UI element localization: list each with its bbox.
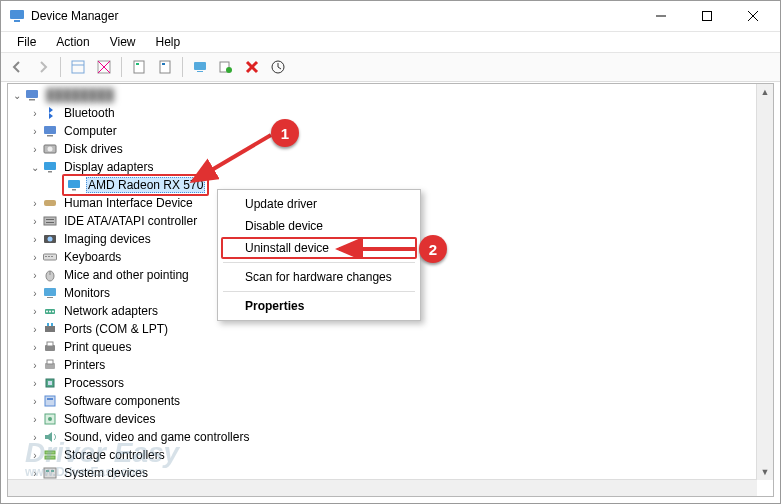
chevron-right-icon[interactable]: ›	[28, 270, 42, 281]
sound-icon	[42, 429, 58, 445]
tree-item-label: Imaging devices	[62, 231, 153, 247]
storage-icon	[42, 447, 58, 463]
scan-hardware-button[interactable]	[214, 55, 238, 79]
chevron-right-icon[interactable]: ›	[28, 144, 42, 155]
maximize-button[interactable]	[684, 1, 730, 31]
chevron-down-icon[interactable]: ⌄	[10, 90, 24, 101]
scroll-up-button[interactable]: ▲	[757, 84, 773, 100]
toolbar	[1, 52, 780, 82]
chevron-right-icon[interactable]: ›	[28, 342, 42, 353]
scroll-down-button[interactable]: ▼	[757, 464, 773, 480]
svg-rect-14	[162, 63, 165, 65]
chevron-right-icon[interactable]: ›	[28, 198, 42, 209]
show-hidden-button[interactable]	[66, 55, 90, 79]
tree-item[interactable]: ›Printers	[8, 356, 757, 374]
tree-item[interactable]: ›Sound, video and game controllers	[8, 428, 757, 446]
tree-item[interactable]: ›Storage controllers	[8, 446, 757, 464]
svg-rect-24	[44, 126, 56, 134]
close-button[interactable]	[730, 1, 776, 31]
tree-item[interactable]: ›Disk drives	[8, 140, 757, 158]
uninstall-button[interactable]	[240, 55, 264, 79]
chevron-right-icon[interactable]: ›	[28, 468, 42, 479]
toolbar-separator	[182, 57, 183, 77]
svg-point-27	[48, 147, 53, 152]
device-manager-window: Device Manager File Action View Help ⌄██…	[0, 0, 781, 504]
svg-rect-35	[46, 222, 54, 223]
chevron-right-icon[interactable]: ›	[28, 450, 42, 461]
legacy-hardware-button[interactable]	[266, 55, 290, 79]
tree-item[interactable]: ⌄████████	[8, 86, 757, 104]
tree-item-label: Monitors	[62, 285, 112, 301]
tree-item-label: Display adapters	[62, 159, 155, 175]
properties2-button[interactable]	[153, 55, 177, 79]
svg-rect-28	[44, 162, 56, 170]
tree-item[interactable]: ›Computer	[8, 122, 757, 140]
callout-1: 1	[271, 119, 299, 147]
ctx-update-driver[interactable]: Update driver	[221, 193, 417, 215]
tree-item-label: Human Interface Device	[62, 195, 195, 211]
chevron-right-icon[interactable]: ›	[28, 252, 42, 263]
forward-button[interactable]	[31, 55, 55, 79]
swdev-icon	[42, 411, 58, 427]
tree-item-label: Software components	[62, 393, 182, 409]
svg-rect-51	[47, 323, 49, 326]
svg-rect-65	[44, 468, 56, 478]
chevron-right-icon[interactable]: ›	[28, 396, 42, 407]
chevron-right-icon[interactable]: ›	[28, 288, 42, 299]
tree-item[interactable]: ›Software components	[8, 392, 757, 410]
properties-button[interactable]	[127, 55, 151, 79]
tree-item-label: Sound, video and game controllers	[62, 429, 251, 445]
chevron-right-icon[interactable]: ›	[28, 306, 42, 317]
svg-rect-56	[47, 360, 53, 364]
chevron-right-icon[interactable]: ›	[28, 360, 42, 371]
hid-icon	[42, 195, 58, 211]
tree-item[interactable]: ›System devices	[8, 464, 757, 480]
chevron-right-icon[interactable]: ›	[28, 378, 42, 389]
svg-point-47	[46, 311, 48, 313]
tree-item-label: Print queues	[62, 339, 133, 355]
chevron-right-icon[interactable]: ›	[28, 432, 42, 443]
menu-action[interactable]: Action	[46, 33, 99, 51]
printer-icon	[42, 357, 58, 373]
network-icon	[42, 303, 58, 319]
ctx-uninstall-device[interactable]: Uninstall device	[221, 237, 417, 259]
computer-icon	[24, 87, 40, 103]
tree-item[interactable]: ›Print queues	[8, 338, 757, 356]
help-button[interactable]	[92, 55, 116, 79]
svg-rect-54	[47, 342, 53, 346]
svg-rect-63	[45, 451, 55, 454]
app-icon	[9, 8, 25, 24]
imaging-icon	[42, 231, 58, 247]
chevron-right-icon[interactable]: ›	[28, 108, 42, 119]
tree-item[interactable]: ›Software devices	[8, 410, 757, 428]
minimize-button[interactable]	[638, 1, 684, 31]
ctx-scan-hardware[interactable]: Scan for hardware changes	[221, 266, 417, 288]
chevron-right-icon[interactable]: ›	[28, 126, 42, 137]
ctx-properties[interactable]: Properties	[221, 295, 417, 317]
svg-rect-59	[45, 396, 55, 406]
svg-rect-58	[48, 381, 52, 385]
update-driver-button[interactable]	[188, 55, 212, 79]
menu-view[interactable]: View	[100, 33, 146, 51]
tree-item-label: Ports (COM & LPT)	[62, 321, 170, 337]
chevron-right-icon[interactable]: ›	[28, 234, 42, 245]
menu-help[interactable]: Help	[146, 33, 191, 51]
mouse-icon	[42, 267, 58, 283]
tree-item[interactable]: ›Bluetooth	[8, 104, 757, 122]
chevron-right-icon[interactable]: ›	[28, 324, 42, 335]
callout-2: 2	[419, 235, 447, 263]
tree-item[interactable]: ›Processors	[8, 374, 757, 392]
tree-item[interactable]: ›Ports (COM & LPT)	[8, 320, 757, 338]
tree-item-label: System devices	[62, 465, 150, 480]
svg-rect-40	[48, 256, 50, 257]
back-button[interactable]	[5, 55, 29, 79]
svg-rect-33	[44, 217, 56, 225]
chevron-down-icon[interactable]: ⌄	[28, 162, 42, 173]
menu-file[interactable]: File	[7, 33, 46, 51]
ctx-disable-device[interactable]: Disable device	[221, 215, 417, 237]
tree-item-label: Printers	[62, 357, 107, 373]
chevron-right-icon[interactable]: ›	[28, 216, 42, 227]
chevron-right-icon[interactable]: ›	[28, 414, 42, 425]
vertical-scrollbar[interactable]: ▲ ▼	[756, 84, 773, 480]
horizontal-scrollbar[interactable]	[8, 479, 757, 496]
